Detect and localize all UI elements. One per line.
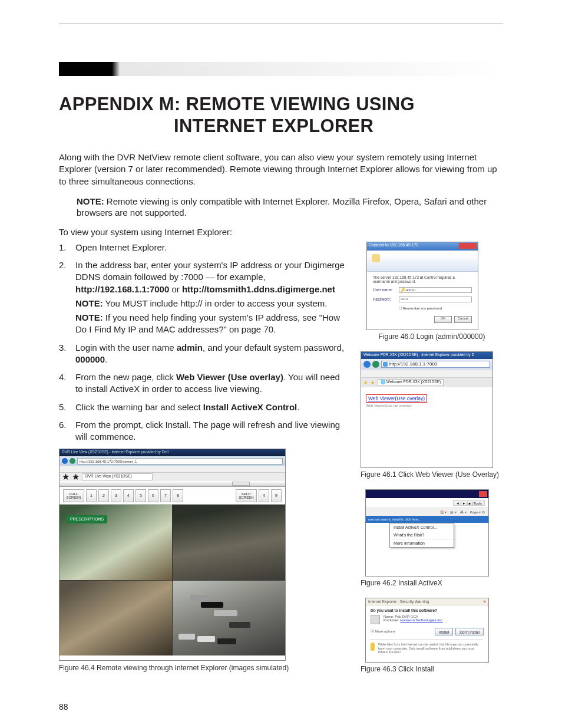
fig461-tools [361,370,492,378]
figure-46-0: Connect to 192.168.45.172 The server 192… [361,242,503,341]
s3d: 000000 [75,354,105,364]
cam-5: 5 [135,489,146,502]
more-info-item: More Information [390,539,454,547]
step-2-note1-l: NOTE: [75,298,103,308]
split-screen-button: SPLIT SCREEN [236,489,257,502]
heading-line1: APPENDIX M: REMOTE VIEWING USING [59,94,503,116]
dont-install-button: Don't Install [455,628,484,635]
cam-2: 2 [98,489,109,502]
fig463-warn: While files from the Internet can be use… [378,643,484,654]
star-add-icon: ★ [371,380,375,385]
pub-v: Hunteron Technologies Inc. [400,618,443,622]
shield-icon [371,643,375,651]
fig462-caption: Figure 46.2 Install ActiveX [361,579,503,587]
camera-feed-2 [173,505,285,580]
ie-icon [383,362,388,367]
user-val: admin [406,288,415,292]
cam-1: 1 [86,489,97,502]
page-heading: APPENDIX M: REMOTE VIEWING USING INTERNE… [59,94,503,137]
step-2-url2: http://tomsmith1.ddns.digimerge.net [182,284,335,294]
fig464-greybar [59,481,285,487]
s3b: admin [177,342,203,353]
feed-icon: ▤ ▾ [450,510,457,514]
close-icon [459,243,477,249]
s3a: Login with the user name [75,342,177,353]
s5b: Install ActiveX Control [203,402,297,412]
step-5: Click the warning bar and select Install… [59,401,348,413]
key-icon [372,254,380,262]
note-text: Remote viewing is only compatible with I… [77,196,487,218]
fig462-menu: Install ActiveX Control... What's the Ri… [389,523,454,548]
remember-label: Remember my password [403,307,442,310]
web-viewer-no-overlay-link: Web Viewer(Use not overlay) [366,404,488,407]
fig464-slot [232,482,250,486]
step-1: Open Internet Explorer. [59,242,348,253]
split-9: 9 [271,489,282,502]
cam-4: 4 [123,489,134,502]
figure-46-4: DVR Live View (XS21DSE) - Internet Explo… [59,449,348,673]
more-options: ⓥ More options [371,629,395,634]
user-label: User name: [373,288,396,292]
step-2-note2-l: NOTE: [75,312,103,322]
camera-feed-1 [59,505,172,580]
step-2-c: or [169,284,182,294]
step-2-a: In the address bar, enter your system's … [75,260,345,282]
split-4: 4 [259,489,269,502]
figure-46-1: Welcome PDR-X3K (XS21DSE) - Internet Exp… [361,351,503,479]
fig460-title: Connect to 192.168.45.172 [367,242,478,251]
install-button: Install [435,628,453,635]
print-icon: 🖶 ▾ [460,510,467,514]
fig464-address: http://192.168.45.172:7000/viewer_1 [77,458,283,465]
step-2-note1: NOTE: You MUST include http:// in order … [75,298,348,309]
camera-feed-4 [173,581,285,656]
figure-46-3: Internet Explorer - Security Warning× Do… [361,598,503,673]
step-2-note1-t: You MUST include http:// in order to acc… [103,298,328,308]
s3c: , and your default system password, [203,342,344,353]
camera-feed-3 [59,581,172,656]
fig463-caption: Figure 46.3 Click Install [361,665,503,673]
figure-46-2: ◄ | ► | ■ | Tools 🏠 ▾ ▤ ▾ 🖶 ▾ Page ▾ ⚙ o… [361,489,503,587]
step-2-url1: http://192.168.1.1:7000 [75,284,169,294]
title-bar [59,60,503,76]
step-2-note2-t: If you need help finding your system's I… [75,312,340,334]
heading-line2: INTERNET EXPLORER [59,116,503,137]
fig461-caption: Figure 46.1 Click Web Viewer (Use Overla… [361,470,503,479]
ok-button: OK [434,316,452,323]
s5a: Click the warning bar and select [75,402,203,412]
section-lead: To view your system using Internet Explo… [59,227,503,237]
intro-paragraph: Along with the DVR NetView remote client… [59,151,503,187]
step-4: From the new page, click Web Viewer (Use… [59,371,348,396]
s4a: From the new page, click [75,372,176,382]
cam-3: 3 [111,489,121,502]
fig463-question: Do you want to install this software? [371,608,484,612]
fig460-title-text: Connect to 192.168.45.172 [369,243,418,247]
step-2-note2: NOTE: If you need help finding your syst… [75,312,348,336]
more-t: More options [375,630,396,633]
pass-input: •••••• [399,297,472,302]
title-grey-fade [112,62,503,76]
fig464-tab: DVR Live View (XS21DSE) [82,473,153,480]
page-menu: Page ▾ ⚙ [470,510,485,514]
note-label: NOTE: [77,196,104,206]
step-2: In the address bar, enter your system's … [59,259,348,336]
step-6: From the prompt, click Install. The page… [59,419,348,443]
user-input: 🔑 admin [399,287,472,293]
page-number: 88 [59,702,68,711]
s4b: Web Viewer (Use overlay) [176,372,283,382]
fig464-btnrow: FULL SCREEN 1 2 3 4 5 6 7 8 SPLIT SCREEN… [59,487,285,505]
step-1-text: Open Internet Explorer. [75,242,167,252]
cam-8: 8 [173,489,183,502]
pub-l: Publisher: [384,618,400,622]
fig461-tab-t: Welcome PDR-X3K (XS21DSE) [386,380,441,384]
back-icon [62,458,68,464]
title-black-box [59,62,112,76]
package-icon [371,615,380,624]
cancel-button: Cancel [454,316,472,323]
forward-icon [70,458,75,464]
fig462-warnbar: orer just want to install it, click here… [366,516,488,523]
cam-6: 6 [148,489,158,502]
s3e: . [105,354,107,364]
pass-label: Password: [373,297,396,301]
fig464-titlebar: DVR Live View (XS21DSE) - Internet Explo… [59,449,285,456]
web-viewer-overlay-link: Web Viewer(Use overlay) [366,394,427,403]
